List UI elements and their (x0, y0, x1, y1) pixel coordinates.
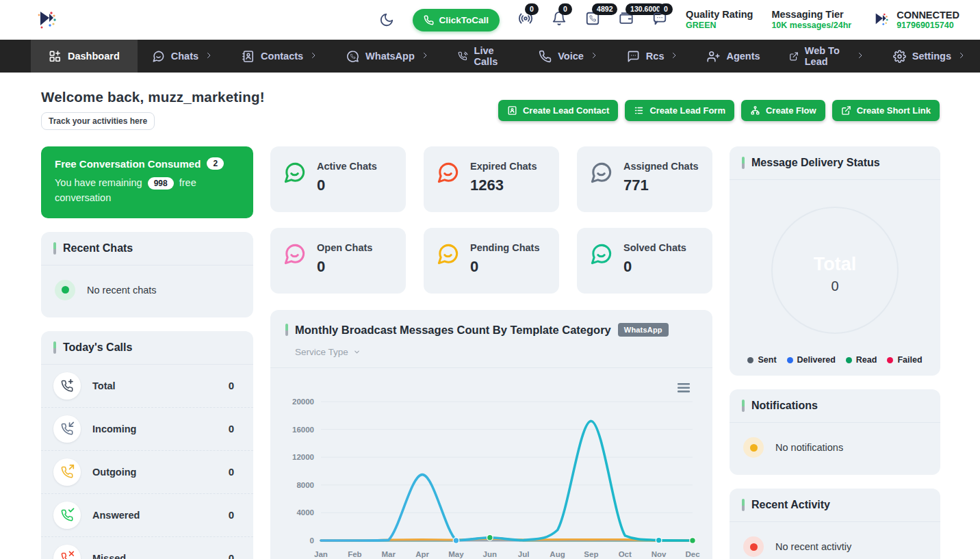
chat-bubble-icon (589, 161, 613, 185)
rcs-chat-icon (627, 50, 640, 63)
stat-label: Pending Chats (470, 242, 540, 253)
legend-item-delivered[interactable]: Delivered (787, 355, 836, 365)
todays-calls-title: Today's Calls (63, 341, 132, 354)
main-nav: DashboardChatsContactsWhatsAppLive Calls… (0, 40, 980, 73)
call-row-total: Total0 (41, 365, 253, 408)
nav-item-dashboard[interactable]: Dashboard (31, 40, 138, 73)
right-column: Message Delivery Status Total 0 SentDeli… (730, 146, 940, 559)
stat-card-assigned-chats: Assigned Chats771 (577, 146, 712, 212)
left-column: Free Conversation Consumed 2 You have re… (41, 146, 253, 559)
messages-icon-button[interactable]: 0 (652, 11, 667, 29)
chat-bubble-icon (283, 161, 307, 185)
nav-item-web-to-lead[interactable]: Web To Lead (775, 40, 879, 73)
svg-text:12000: 12000 (292, 453, 314, 461)
clicktocall-button[interactable]: ClickToCall (413, 9, 500, 31)
todays-calls-list: Total0Incoming0Outgoing0Answered0Missed0 (41, 365, 253, 559)
free-conversation-card: Free Conversation Consumed 2 You have re… (41, 146, 253, 218)
notifications-empty-text: No notifications (775, 442, 843, 453)
create-short-link-button[interactable]: Create Short Link (832, 100, 940, 121)
free-conversation-title: Free Conversation Consumed (55, 158, 201, 170)
create-flow-button[interactable]: Create Flow (741, 100, 825, 121)
message-delivery-header: Message Delivery Status (730, 146, 940, 180)
dashboard-page: ClickToCall 0 0 4892 130.6000 0 (0, 0, 980, 559)
recent-activity-card: Recent Activity No recent activtiy (730, 489, 940, 559)
chevron-right-icon (590, 51, 598, 62)
svg-text:Sep: Sep (584, 550, 598, 558)
quality-rating: Quality Rating GREEN (686, 8, 753, 31)
stat-card-solved-chats: Solved Chats0 (577, 228, 712, 294)
chart-menu-icon[interactable] (678, 383, 690, 392)
quality-rating-value: GREEN (686, 21, 753, 31)
chevron-right-icon (421, 51, 429, 62)
nav-item-rcs[interactable]: Rcs (612, 40, 693, 73)
nav-item-whatsapp[interactable]: WhatsApp (332, 40, 443, 73)
whatsapp-badge: WhatsApp (618, 323, 669, 337)
nav-item-contacts[interactable]: Contacts (227, 40, 332, 73)
chart-marker-may (453, 538, 459, 544)
whatsapp-icon (346, 50, 359, 63)
nav-item-voice[interactable]: Voice (524, 40, 612, 73)
web-to-lead-icon (789, 50, 799, 63)
call-credits-button[interactable]: 4892 (585, 11, 600, 29)
svg-text:Oct: Oct (619, 550, 632, 558)
accent-bar (742, 400, 745, 412)
chart-marker-jun (487, 534, 493, 541)
messaging-tier-label: Messaging Tier (771, 8, 851, 21)
stat-value: 1263 (470, 177, 537, 194)
contacts-book-icon (242, 50, 255, 63)
stat-value: 0 (317, 177, 377, 194)
notifications-title: Notifications (751, 400, 818, 412)
call-row-answered: Answered0 (41, 494, 253, 537)
svg-text:Nov: Nov (652, 550, 667, 558)
legend-item-failed[interactable]: Failed (887, 355, 922, 365)
svg-text:Jun: Jun (483, 550, 497, 558)
wallet-balance-button[interactable]: 130.6000 (619, 11, 634, 29)
legend-item-sent[interactable]: Sent (747, 355, 776, 365)
live-calls-icon (458, 50, 468, 63)
chart-marker-dec (690, 538, 696, 544)
svg-text:8000: 8000 (296, 481, 314, 489)
stat-value: 0 (317, 258, 372, 276)
donut-center-label: Total (814, 254, 857, 274)
chevron-right-icon (856, 51, 864, 62)
recent-activity-empty-row: No recent activtiy (730, 522, 940, 559)
legend-item-read[interactable]: Read (846, 355, 877, 365)
clicktocall-label: ClickToCall (439, 15, 489, 25)
chevron-down-icon (353, 348, 361, 356)
todays-calls-header: Today's Calls (41, 331, 253, 365)
accent-bar (742, 499, 745, 511)
nav-item-agents[interactable]: Agents (693, 40, 774, 73)
chat-bubble-icon (283, 242, 307, 266)
call-incoming-icon (60, 421, 75, 436)
stat-card-open-chats: Open Chats0 (270, 228, 406, 294)
recent-activity-empty-text: No recent activtiy (775, 541, 851, 552)
notifications-card: Notifications No notifications (730, 389, 940, 475)
notifications-header: Notifications (730, 389, 940, 423)
accent-bar (742, 157, 745, 169)
chevron-right-icon (205, 51, 213, 62)
lead-form-list-icon (634, 105, 644, 116)
top-header: ClickToCall 0 0 4892 130.6000 0 (0, 0, 980, 40)
page-title: Welcome back, muzz_marketing! (41, 89, 265, 105)
call-credits-badge: 4892 (592, 3, 617, 15)
service-type-dropdown[interactable]: Service Type (295, 347, 361, 367)
svg-text:0: 0 (310, 536, 314, 545)
quick-actions: Create Lead ContactCreate Lead FormCreat… (498, 100, 940, 121)
notifications-bell-button[interactable]: 0 (552, 11, 567, 29)
call-outgoing-icon (60, 465, 75, 479)
create-lead-contact-button[interactable]: Create Lead Contact (498, 100, 618, 121)
nav-item-settings[interactable]: Settings (879, 40, 980, 73)
dark-mode-toggle[interactable] (379, 12, 394, 27)
stat-label: Open Chats (317, 242, 372, 253)
call-total-icon (60, 378, 75, 393)
create-lead-form-button[interactable]: Create Lead Form (625, 100, 734, 121)
svg-text:Feb: Feb (348, 550, 361, 558)
chevron-right-icon (309, 51, 318, 62)
nav-item-live-calls[interactable]: Live Calls (443, 40, 524, 73)
messaging-tier-value: 10K messages/24hr (771, 21, 851, 31)
call-row-missed: Missed0 (41, 537, 253, 559)
broadcast-icon-button[interactable]: 0 (518, 11, 533, 29)
nav-item-chats[interactable]: Chats (138, 40, 227, 73)
recent-activity-title: Recent Activity (751, 499, 830, 511)
brand-logo[interactable] (33, 7, 59, 33)
